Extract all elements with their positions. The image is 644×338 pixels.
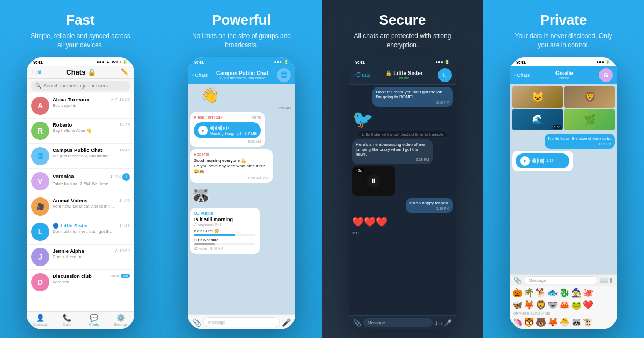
avatar: 🌐 xyxy=(31,147,49,165)
panel-secure-subtitle: All chats are protected with strong encr… xyxy=(349,32,456,50)
list-item[interactable]: 🌐 Campus Public Chat 14:42 We just reach… xyxy=(27,144,134,169)
message-input[interactable]: Message xyxy=(363,318,433,327)
status-bar-2: 9:41 ●●●🔋 xyxy=(188,57,295,66)
phone-private: 9:41 ●●● 🔋 ‹ Chats Giselle online G 🐱 🦁 … xyxy=(510,57,617,329)
bottom-tabs: 👤 Contacts 📞 Calls 💬 Chats ⚙️ Settings xyxy=(27,311,134,329)
attach-icon[interactable]: 📎 xyxy=(513,276,522,284)
compose-icon[interactable]: ✏️ xyxy=(121,68,129,76)
phone-fast: 9:41 ●●● ▲ WiFi 🔋 Edit Chats 🔒 ✏️ 🔍 Sear… xyxy=(27,57,134,329)
sticker-set-title: ORANGE SUNSHINE xyxy=(510,311,617,317)
video-thumbnail[interactable]: 42s ⏸ xyxy=(352,166,395,196)
messages-area-4: 🐱 🦁 🌊 3:08 🌿 No limits on the size of yo… xyxy=(510,84,617,274)
status-bar-3: 9:41 ●●● 🔋 xyxy=(349,57,456,66)
panel-private-subtitle: Your data is never disclosed. Only you a… xyxy=(510,32,617,50)
edit-button[interactable]: Edit xyxy=(32,69,41,75)
contact-avatar: L xyxy=(438,68,452,82)
back-icon[interactable]: ‹ Chats xyxy=(192,72,208,78)
message-input-area: 📎 Message 1m 🎤 xyxy=(349,315,456,329)
nav-bar-3: ‹ Chats 🔒 Little Sister online L xyxy=(349,66,456,85)
photo: 🐱 xyxy=(512,86,563,108)
message-bubble: No limits on the size of your cats. 3:02… xyxy=(545,134,615,149)
photo: 🦁 xyxy=(564,86,615,108)
chat-list: A Alicia Torreaux ✓✓ 13:02 Bob says hi. … xyxy=(27,93,134,311)
list-item[interactable]: 🎥 Animal Videos 14:40 Vote now! Moar cat… xyxy=(27,194,134,219)
emoji-bar: 📎 Message ⌨️ ⬆ xyxy=(510,274,617,286)
message-bubble: Roberto Good morning everyone 💪 Do you h… xyxy=(190,149,273,183)
system-message: Little Sister set the self-destruct time… xyxy=(358,131,447,137)
mic-icon[interactable]: ⬆ xyxy=(608,276,614,284)
message-input[interactable]: Message xyxy=(524,276,597,284)
tab-calls[interactable]: 📞 Calls xyxy=(54,314,80,326)
search-bar: 🔍 Search for messages or users xyxy=(27,79,134,93)
group-avatar: 🌐 xyxy=(277,68,291,82)
back-button[interactable]: ‹ Chats xyxy=(353,72,370,78)
keyboard-icon[interactable]: ⌨️ xyxy=(599,276,608,284)
search-icon: 🔍 xyxy=(35,83,41,89)
emoji-picker-row: 🎃 🌴 🐕 🐟 🐉 🧙 🐙 xyxy=(510,286,617,299)
panel-fast-title: Fast xyxy=(66,12,94,28)
phone-powerful: 9:41 ●●●🔋 ‹ Chats Campus Public Chat 2,9… xyxy=(188,57,295,329)
sticker-row: 🦄 🐯 🐻 🦊 🐣 🦝 🐮 xyxy=(510,317,617,329)
list-item[interactable]: A Alicia Torreaux ✓✓ 13:02 Bob says hi. xyxy=(27,93,134,119)
mic-icon[interactable]: 🎤 xyxy=(444,319,452,327)
status-bar-1: 9:41 ●●● ▲ WiFi 🔋 xyxy=(27,57,134,66)
calls-icon: 📞 xyxy=(63,314,71,322)
list-item[interactable]: R Roberto 14:59 Say hello to Alice 👋 xyxy=(27,119,134,144)
chat-nav-2: ‹ Chats Campus Public Chat 2,903 members… xyxy=(188,66,295,84)
avatar: D xyxy=(31,273,49,291)
attach-icon[interactable]: 📎 xyxy=(192,318,201,327)
attach-icon[interactable]: 📎 xyxy=(353,319,361,327)
panel-private: Private Your data is never disclosed. On… xyxy=(483,0,644,338)
panel-powerful-title: Powerful xyxy=(212,12,271,28)
list-item[interactable]: D Discussion club Wed join Veronica xyxy=(27,270,134,295)
tab-settings[interactable]: ⚙️ Settings xyxy=(107,314,134,326)
audio-message: ▶ 1:13 xyxy=(512,151,573,171)
sticker: 👋 xyxy=(201,86,219,104)
contact-avatar: G xyxy=(599,68,613,82)
avatar: 🎥 xyxy=(31,197,49,216)
play-button[interactable]: ▶ xyxy=(198,126,208,135)
mic-icon[interactable]: 🎤 xyxy=(282,318,291,327)
message-input[interactable]: Message xyxy=(203,317,280,327)
hearts-reaction: ❤️❤️❤️ xyxy=(352,216,387,228)
message-bubble: Don't tell mom yet, but I got the job. I… xyxy=(372,87,453,107)
panel-powerful: Powerful No limits on the size of groups… xyxy=(161,0,322,338)
tab-contacts[interactable]: 👤 Contacts xyxy=(27,314,54,326)
photo-video: 🌊 3:08 xyxy=(512,109,563,130)
sticker: 🦝 xyxy=(190,185,211,205)
status-icons-1: ●●● ▲ WiFi 🔋 xyxy=(97,60,128,64)
tab-chats[interactable]: 💬 Chats xyxy=(80,314,107,326)
chats-title: Chats 🔒 xyxy=(41,68,121,76)
message-bubble: Here's an embarrassing video of me jumpi… xyxy=(352,139,433,164)
panel-fast-subtitle: Simple, reliable and synced across all y… xyxy=(27,32,134,50)
play-button[interactable]: ▶ xyxy=(520,156,530,166)
contacts-icon: 👤 xyxy=(36,314,45,322)
message-bubble: Alicia Torreaux admin ▶ Morning Song.mp3… xyxy=(190,112,265,147)
message-input-area: 📎 Message 🎤 xyxy=(188,314,295,329)
back-button[interactable]: ‹ Chats xyxy=(514,72,530,78)
panel-fast: Fast Simple, reliable and synced across … xyxy=(0,0,161,338)
photo: 🌿 xyxy=(564,109,615,130)
avatar: R xyxy=(31,122,49,140)
waveform xyxy=(532,158,544,164)
poll-message: DJ Purple Is it still morning Anonymous … xyxy=(190,208,260,254)
emoji-picker-row: 🦋 🦊 🦁 🐨 🦀 🐸 ❤️ xyxy=(510,299,617,311)
panel-private-title: Private xyxy=(540,12,587,28)
sticker: 🐦 xyxy=(352,109,374,129)
avatar: V xyxy=(31,172,49,190)
chat-nav-4: ‹ Chats Giselle online G xyxy=(510,66,617,84)
phone-secure: 9:41 ●●● 🔋 ‹ Chats 🔒 Little Sister onlin… xyxy=(349,57,456,329)
settings-icon: ⚙️ xyxy=(116,314,125,322)
panel-secure-title: Secure xyxy=(379,12,426,28)
panel-secure: Secure All chats are protected with stro… xyxy=(322,0,483,338)
panel-powerful-subtitle: No limits on the size of groups and broa… xyxy=(188,32,295,50)
search-input[interactable]: 🔍 Search for messages or users xyxy=(31,81,130,91)
waveform xyxy=(210,125,257,131)
list-item[interactable]: L 🔵 Little Sister 14:38 Don't tell mom y… xyxy=(27,219,134,245)
audio-message: ▶ Morning Song.mp3 · 1.7 MB xyxy=(194,122,261,138)
list-item[interactable]: J Jennie Alpha ✓ 13:59 Check these out xyxy=(27,245,134,270)
photo-grid: 🐱 🦁 🌊 3:08 🌿 xyxy=(512,86,615,130)
list-item[interactable]: V Veronica 14:42 1 Table for four, 2 PM.… xyxy=(27,169,134,194)
avatar: L xyxy=(31,223,49,241)
nav-bar-1: Edit Chats 🔒 ✏️ xyxy=(27,66,134,79)
